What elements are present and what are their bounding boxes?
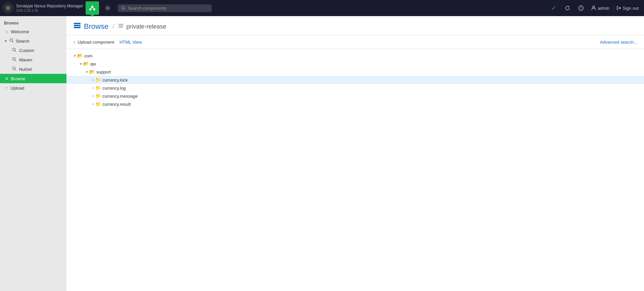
svg-line-19 (15, 60, 16, 61)
html-view-link[interactable]: HTML View (119, 40, 142, 45)
app-logo: Sonatype Nexus Repository Manager OSS 3.… (3, 3, 83, 13)
topnav-actions: ✓ ? admin Sign ou (548, 2, 641, 14)
tree-label-currency-log: currency.log (102, 86, 126, 91)
svg-point-4 (93, 8, 95, 10)
tree-label-currency-message: currency.message (102, 94, 138, 99)
main-layout: Browse ○ Welcome ▼ Search (0, 16, 644, 291)
svg-line-17 (15, 51, 16, 52)
svg-rect-24 (74, 27, 81, 28)
welcome-icon: ○ (5, 29, 8, 34)
sidebar-welcome-label: Welcome (11, 29, 29, 34)
folder-open-icon: 📂 (77, 53, 83, 58)
sidebar-browse-title: Browse (0, 19, 66, 27)
page-title: Browse (84, 22, 108, 31)
sidebar-item-welcome[interactable]: ○ Welcome (0, 27, 66, 36)
tree-label-qw: qw (90, 61, 96, 66)
sidebar-nuget-label: NuGet (19, 67, 32, 72)
maven-search-icon (12, 57, 16, 62)
sidebar: Browse ○ Welcome ▼ Search (0, 16, 66, 291)
svg-rect-22 (74, 23, 81, 24)
sidebar-item-nuget[interactable]: NuGet (3, 64, 66, 74)
custom-search-icon (12, 48, 16, 53)
svg-line-21 (15, 69, 16, 71)
page-header: Browse / private-release (66, 16, 644, 35)
sidebar-search-label: Search (16, 39, 30, 44)
sidebar-item-browse[interactable]: ≡ Browse (0, 74, 66, 83)
folder-open-icon: 📂 (89, 69, 95, 75)
app-name: Sonatype Nexus Repository Manager (16, 4, 83, 8)
nuget-search-icon (12, 66, 16, 72)
svg-line-15 (12, 41, 13, 43)
tree-label-com: com (84, 53, 93, 58)
tree-label-support: support (96, 69, 111, 75)
upload-icon: ↑ (5, 85, 8, 91)
search-bar[interactable] (118, 4, 212, 12)
tree-label-currency-result: currency.result (102, 102, 131, 107)
tree-label-currency-lock: currency.lock (102, 78, 128, 83)
tree-node-currency-result[interactable]: + 📁 currency.result (66, 100, 644, 108)
repo-icon (118, 23, 123, 30)
svg-rect-27 (118, 27, 123, 28)
tree-node-support[interactable]: ▼ 📂 support (66, 68, 644, 76)
app-version: OSS 3.18.1-01 (16, 9, 83, 12)
advanced-search-link[interactable]: Advanced search... (600, 40, 637, 45)
tree-node-currency-lock[interactable]: + 📁 currency.lock (66, 76, 644, 84)
chevron-down-icon: ▼ (79, 62, 83, 66)
browse-header-icon (73, 21, 81, 32)
svg-line-5 (90, 8, 92, 8)
search-input[interactable] (128, 6, 208, 11)
browse-nav-button[interactable] (86, 1, 99, 15)
chevron-down-icon: ▼ (4, 39, 7, 43)
sidebar-item-upload[interactable]: ↑ Upload (0, 83, 66, 93)
sidebar-upload-label: Upload (10, 86, 24, 91)
svg-point-7 (107, 7, 109, 9)
folder-closed-icon: 📁 (95, 85, 101, 91)
settings-button[interactable] (102, 2, 114, 14)
signout-label: Sign out (623, 6, 639, 11)
sidebar-item-custom[interactable]: Custom (3, 46, 66, 55)
svg-line-6 (92, 8, 94, 8)
svg-point-14 (10, 39, 12, 42)
chevron-down-icon: ▼ (72, 54, 77, 58)
svg-point-1 (7, 7, 9, 9)
browse-icon: ≡ (5, 76, 8, 81)
svg-point-12 (593, 6, 595, 8)
sidebar-item-maven[interactable]: Maven (3, 55, 66, 64)
expand-icon: + (91, 94, 95, 98)
sidebar-item-search[interactable]: ▼ Search (0, 36, 66, 46)
folder-closed-icon: 📁 (95, 93, 101, 99)
status-icon[interactable]: ✓ (548, 2, 560, 14)
repo-name: private-release (126, 23, 166, 30)
folder-closed-icon: 📁 (95, 77, 101, 83)
signout-button[interactable]: Sign out (613, 4, 641, 12)
refresh-button[interactable] (561, 2, 574, 14)
folder-open-icon: 📂 (83, 61, 89, 66)
sidebar-maven-label: Maven (19, 57, 32, 62)
svg-point-16 (13, 48, 15, 51)
svg-point-2 (91, 6, 93, 8)
svg-rect-23 (74, 25, 81, 26)
sidebar-custom-label: Custom (19, 48, 34, 53)
svg-point-18 (13, 58, 15, 60)
tree-node-currency-log[interactable]: + 📁 currency.log (66, 84, 644, 92)
svg-point-3 (89, 8, 91, 10)
tree-node-currency-message[interactable]: + 📁 currency.message (66, 92, 644, 100)
app-logo-text: Sonatype Nexus Repository Manager OSS 3.… (16, 4, 83, 12)
tree-node-qw[interactable]: ▼ 📂 qw (66, 60, 644, 68)
svg-point-8 (122, 6, 125, 9)
svg-rect-25 (118, 24, 123, 25)
user-label: admin (598, 6, 609, 11)
upload-component-button[interactable]: ↑ Upload component (73, 38, 114, 46)
upload-btn-label: Upload component (78, 40, 114, 45)
svg-rect-26 (118, 26, 123, 27)
svg-text:?: ? (580, 6, 582, 10)
tree-node-com[interactable]: ▼ 📂 com (66, 52, 644, 60)
user-menu[interactable]: admin (588, 4, 612, 12)
upload-btn-icon: ↑ (73, 39, 76, 45)
svg-line-9 (124, 9, 125, 10)
help-button[interactable]: ? (575, 2, 587, 14)
top-navigation: Sonatype Nexus Repository Manager OSS 3.… (0, 0, 644, 16)
folder-closed-icon: 📁 (95, 101, 101, 107)
breadcrumb-separator: / (112, 23, 114, 30)
chevron-down-icon: ▼ (85, 70, 89, 74)
